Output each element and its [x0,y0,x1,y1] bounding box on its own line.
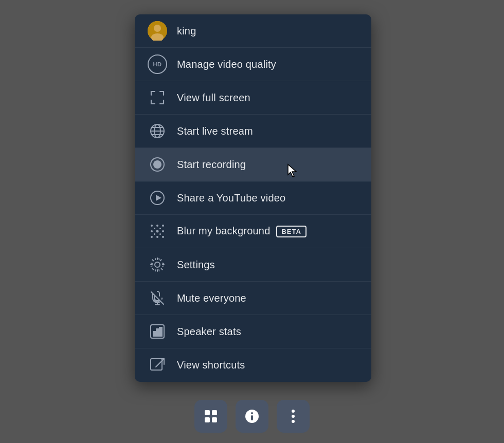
svg-rect-31 [156,329,159,336]
menu-item-view-full-screen[interactable]: View full screen [135,81,371,115]
svg-point-21 [154,228,155,229]
menu-item-blur-background[interactable]: Blur my backgroundBETA [135,215,371,248]
menu-item-label: View full screen [177,92,250,104]
bottom-toolbar [194,400,310,433]
svg-point-22 [159,228,161,229]
svg-point-43 [292,410,295,413]
menu-item-speaker-stats[interactable]: Speaker stats [135,315,371,348]
svg-point-19 [156,236,158,238]
avatar-icon [147,21,168,41]
svg-rect-37 [212,410,217,415]
context-menu: king HD Manage video quality View full s… [135,14,371,382]
menu-item-manage-video-quality[interactable]: HD Manage video quality [135,48,371,81]
menu-item-start-live-stream[interactable]: Start live stream [135,115,371,148]
menu-item-settings[interactable]: Settings [135,248,371,282]
menu-item-label: Blur my backgroundBETA [177,225,307,237]
menu-item-view-shortcuts[interactable]: View shortcuts [135,348,371,382]
svg-rect-33 [151,359,162,370]
svg-rect-42 [251,415,253,420]
play-circle-icon [147,188,168,208]
svg-marker-11 [156,195,161,201]
svg-point-24 [159,233,161,235]
menu-item-mute-everyone[interactable]: Mute everyone [135,282,371,315]
info-icon [244,409,260,424]
menu-item-label: Speaker stats [177,326,241,338]
grid-button[interactable] [194,400,227,433]
svg-point-45 [292,420,295,423]
mute-mic-icon [147,288,168,308]
menu-item-label: Manage video quality [177,59,276,70]
menu-item-label: Share a YouTube video [177,192,285,204]
menu-item-label: Mute everyone [177,292,246,304]
more-options-button[interactable] [277,400,310,433]
grid-icon [203,409,219,424]
external-link-icon [147,355,168,376]
svg-point-9 [153,160,161,169]
page-background: king HD Manage video quality View full s… [0,0,504,443]
menu-item-share-youtube[interactable]: Share a YouTube video [135,181,371,215]
avatar [148,21,167,41]
svg-rect-38 [205,417,210,422]
svg-point-20 [162,236,164,238]
menu-item-label: View shortcuts [177,359,245,371]
record-icon [147,154,168,175]
svg-rect-39 [212,417,217,422]
svg-point-17 [162,230,164,232]
svg-point-15 [151,230,153,232]
svg-point-44 [292,415,295,418]
fullscreen-icon [147,87,168,108]
svg-line-34 [156,359,164,367]
svg-rect-32 [159,327,162,336]
more-vertical-icon [292,410,295,423]
menu-item-user[interactable]: king [135,14,371,48]
svg-point-16 [156,230,159,233]
menu-item-label: Settings [177,259,215,271]
svg-point-41 [251,412,253,414]
menu-item-label: Start live stream [177,125,253,137]
hd-icon: HD [147,54,168,75]
svg-point-13 [156,225,158,227]
menu-item-label: Start recording [177,159,246,171]
menu-item-start-recording[interactable]: Start recording [135,148,371,181]
beta-badge: BETA [276,226,306,237]
svg-rect-36 [205,410,210,415]
svg-point-18 [151,236,153,238]
globe-icon [147,121,168,141]
gear-icon [147,254,168,275]
blur-icon [147,221,168,242]
svg-point-25 [155,262,160,267]
info-button[interactable] [236,400,268,433]
menu-item-label: king [177,25,196,37]
svg-point-14 [162,225,164,227]
svg-point-12 [151,225,153,227]
svg-rect-30 [153,331,156,336]
svg-point-1 [154,25,161,32]
bar-chart-icon [147,321,168,342]
svg-point-23 [154,233,155,235]
